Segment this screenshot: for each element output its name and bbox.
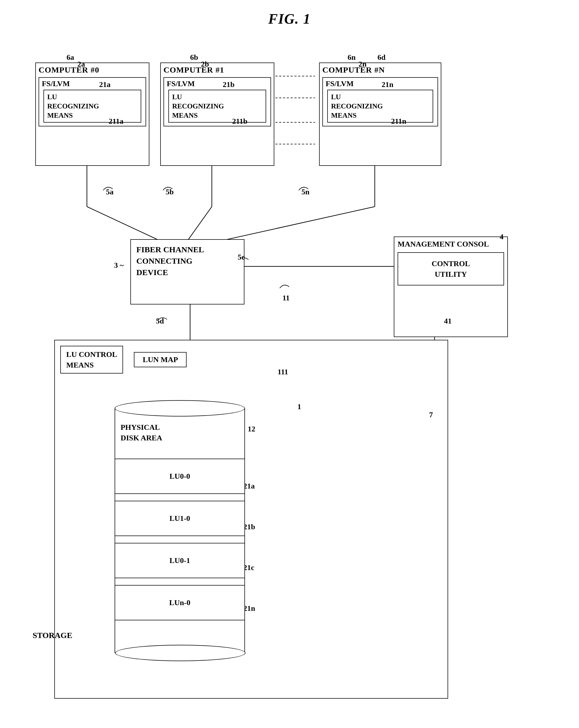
ref-21n: 21n: [382, 80, 393, 89]
ref-11: 11: [282, 293, 290, 302]
lu1-0-label: LU1-0: [169, 514, 190, 523]
lu0-0-label: LU0-0: [169, 472, 190, 480]
lun-map-box: LUN MAP: [134, 352, 187, 367]
computer-n-label: COMPUTER #N: [320, 63, 441, 76]
ref-21b: 21b: [223, 80, 235, 89]
ref-41: 41: [444, 317, 452, 326]
svg-line-1: [87, 207, 168, 245]
ref-21a: 21a: [99, 80, 111, 89]
page-title: FIG. 1: [268, 11, 311, 27]
physical-disk-label: PHYSICALDISK AREA: [120, 422, 162, 443]
ref-211a: 211a: [109, 117, 123, 126]
computer-n-box: COMPUTER #N FS/LVM LURECOGNIZINGMEANS: [319, 62, 441, 166]
ref-7: 7: [429, 411, 433, 419]
ref-2b: 2b: [201, 60, 209, 69]
ref-211n: 211n: [391, 117, 406, 126]
ref-5n: 5n: [301, 188, 310, 196]
computer-0-label: COMPUTER #0: [36, 63, 149, 76]
computer-n-fslvm: FS/LVM LURECOGNIZINGMEANS: [322, 77, 438, 126]
computer-0-box: COMPUTER #0 FS/LVM LURECOGNIZINGMEANS: [35, 62, 149, 166]
fiber-channel-box: FIBER CHANNELCONNECTINGDEVICE: [130, 239, 244, 305]
control-utility-label: CONTROLUTILITY: [402, 258, 499, 280]
computer-n-lu-label: LURECOGNIZINGMEANS: [331, 93, 430, 120]
ref-211b: 211b: [232, 117, 247, 126]
management-consol-label: MANAGEMENT CONSOL: [394, 237, 507, 250]
svg-line-3: [185, 207, 212, 245]
computer-1-fslvm: FS/LVM LURECOGNIZINGMEANS: [164, 77, 271, 126]
ref-4: 4: [500, 232, 503, 241]
ref-1: 1: [297, 402, 301, 411]
computer-1-lu-label: LURECOGNIZINGMEANS: [172, 93, 263, 120]
ref-6a: 6a: [66, 53, 74, 62]
lun-map-label: LUN MAP: [143, 355, 178, 364]
fiber-channel-label: FIBER CHANNELCONNECTINGDEVICE: [131, 240, 244, 282]
storage-label: STORAGE: [33, 631, 72, 640]
storage-outer-box: LU CONTROLMEANS LUN MAP 111 PHYSICALDISK…: [54, 340, 448, 699]
ref-5b: 5b: [166, 188, 174, 196]
computer-n-fslvm-label: FS/LVM: [326, 79, 435, 88]
lun-0-partition: LUn-0: [115, 585, 244, 620]
ref-6d: 6d: [378, 53, 386, 62]
ref-2a: 2a: [77, 60, 85, 69]
computer-0-fslvm-label: FS/LVM: [42, 79, 143, 88]
computer-1-fslvm-label: FS/LVM: [167, 79, 268, 88]
ref-6b: 6b: [190, 53, 198, 62]
ref-5e: 5e: [238, 253, 245, 261]
ref-6n: 6n: [348, 53, 356, 62]
ref-12: 12: [248, 425, 255, 433]
lu0-0-partition: LU0-0: [115, 459, 244, 494]
computer-1-box: COMPUTER #1 FS/LVM LURECOGNIZINGMEANS: [160, 62, 274, 166]
lu-control-means-box: LU CONTROLMEANS: [60, 346, 123, 373]
ref-3: 3 ~: [114, 261, 124, 270]
ref-111: 111: [278, 367, 288, 376]
computer-1-lu: LURECOGNIZINGMEANS: [168, 90, 266, 123]
ref-2n: 2n: [358, 60, 367, 69]
computer-0-lu-label: LURECOGNIZINGMEANS: [47, 93, 137, 120]
svg-line-5: [204, 207, 375, 245]
lu0-1-partition: LU0-1: [115, 543, 244, 578]
control-utility-box: CONTROLUTILITY: [397, 252, 504, 285]
ref-5a: 5a: [106, 188, 113, 196]
computer-0-lu: LURECOGNIZINGMEANS: [44, 90, 141, 123]
lu0-1-label: LU0-1: [169, 556, 190, 565]
lu1-0-partition: LU1-0: [115, 501, 244, 536]
ref-5d: 5d: [156, 317, 164, 326]
lu-control-label: LU CONTROLMEANS: [66, 350, 117, 369]
computer-1-label: COMPUTER #1: [161, 63, 274, 76]
computer-0-fslvm: FS/LVM LURECOGNIZINGMEANS: [38, 77, 146, 126]
computer-n-lu: LURECOGNIZINGMEANS: [327, 90, 433, 123]
lun-0-label: LUn-0: [169, 598, 190, 607]
